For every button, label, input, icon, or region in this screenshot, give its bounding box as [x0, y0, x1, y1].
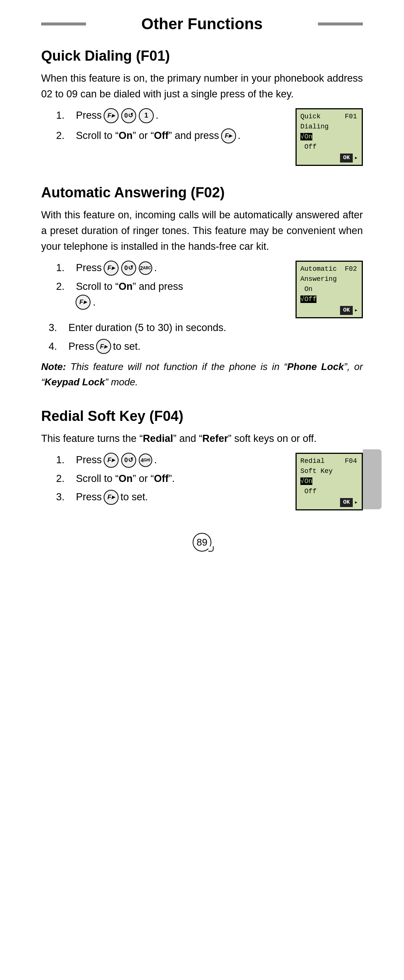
step-num: 3. [56, 491, 75, 503]
section-quick-dialing: Quick Dialing (F01) When this feature is… [41, 48, 363, 166]
lcd-arrow: ▸ [354, 306, 358, 315]
page-header: Other Functions [41, 15, 363, 33]
note-bold-2: Keypad Lock [44, 376, 105, 388]
step-text: Press [76, 491, 102, 503]
auto-answering-step-4: 4. Press F▸ to set. [49, 339, 363, 354]
step-num: 1. [56, 454, 75, 466]
lcd-line-4: Off [300, 487, 358, 496]
key-1: 1 [139, 108, 154, 123]
step-suffix: . [238, 130, 241, 142]
step-num: 2. [56, 281, 75, 293]
quick-dialing-screen: Quick F01 Dialing √On Off OK ▸ [296, 108, 363, 166]
section-body-auto-answering: With this feature on, incoming calls wil… [41, 207, 363, 255]
redial-step-1: 1. Press F▸ 0↺ 4GHI . [56, 453, 288, 468]
header-bar-left [41, 22, 86, 25]
step-suffix: . [155, 110, 158, 121]
section-body-redial: This feature turns the “Redial” and “Ref… [41, 431, 363, 447]
key-F: F▸ [104, 453, 119, 468]
step-text: Press [68, 341, 94, 352]
key-F: F▸ [104, 490, 119, 505]
lcd-ok-label: OK [340, 498, 353, 508]
section-body-quick-dialing: When this feature is on, the primary num… [41, 71, 363, 102]
page-number-circle: 89 [193, 533, 211, 552]
header-bar-right [318, 22, 363, 25]
key-2: 2ABC [139, 261, 152, 275]
auto-answering-step-1: 1. Press F▸ 0↺ 2ABC . [56, 261, 288, 275]
lcd-screen-redial: Redial F04 Soft Key √On Off OK ▸ [296, 453, 363, 511]
side-tab [363, 449, 382, 509]
quick-dialing-steps-area: 1. Press F▸ 0↺ 1 . 2. Scroll to “On” or … [49, 108, 363, 166]
lcd-line-4: √Off [300, 294, 358, 304]
key-0: 0↺ [121, 108, 136, 123]
step-num: 3. [49, 322, 67, 334]
step-num: 2. [56, 473, 75, 485]
step-text: Scroll to “On” and press [76, 281, 183, 293]
step-text: Scroll to “On” or “Off” and press [76, 130, 219, 142]
lcd-line-4: Off [300, 142, 358, 152]
step-text: Scroll to “On” or “Off”. [76, 473, 175, 485]
lcd-ok-bar: OK ▸ [300, 498, 358, 508]
lcd-line-1: Automatic F02 [300, 264, 358, 274]
lcd-screen-auto-answering: Automatic F02 Answering On √Off OK ▸ [296, 261, 363, 319]
step-num: 1. [56, 262, 75, 274]
step-text: Press [76, 262, 102, 274]
page-title: Other Functions [86, 15, 318, 33]
section-title-auto-answering: Automatic Answering (F02) [41, 185, 363, 201]
lcd-selected: √On [300, 133, 312, 140]
section-title-quick-dialing: Quick Dialing (F01) [41, 48, 363, 64]
lcd-selected: √Off [300, 296, 317, 303]
auto-answering-step-3: 3. Enter duration (5 to 30) in seconds. [49, 322, 363, 334]
section-redial-soft-key: Redial Soft Key (F04) This feature turns… [41, 408, 363, 511]
key-F: F▸ [96, 339, 111, 354]
auto-answering-step-2-key: F▸ . [75, 295, 288, 310]
key-F: F▸ [104, 261, 119, 275]
lcd-ok-bar: OK ▸ [300, 154, 358, 163]
lcd-line-1: Redial F04 [300, 456, 358, 466]
auto-answering-steps-left: 1. Press F▸ 0↺ 2ABC . 2. Scroll to “On” … [49, 261, 288, 315]
step-num: 4. [49, 341, 67, 352]
step-suffix: . [154, 454, 157, 466]
step-num: 2. [56, 130, 75, 142]
step-text: Press [76, 454, 102, 466]
section-title-redial: Redial Soft Key (F04) [41, 408, 363, 424]
lcd-line-3: √On [300, 476, 358, 487]
lcd-selected: √On [300, 477, 312, 485]
lcd-ok-label: OK [340, 154, 353, 163]
lcd-line-2: Soft Key [300, 466, 358, 476]
note-block-auto-answering: Note: This feature will not function if … [41, 359, 363, 390]
auto-answering-step-2: 2. Scroll to “On” and press [56, 281, 288, 293]
key-0: 0↺ [121, 261, 136, 275]
lcd-line-3: √On [300, 132, 358, 142]
lcd-arrow: ▸ [354, 498, 358, 508]
lcd-line-3: On [300, 284, 358, 294]
note-text-3: ” mode. [105, 376, 138, 388]
step-suffix: to set. [113, 341, 141, 352]
auto-answering-steps-area: 1. Press F▸ 0↺ 2ABC . 2. Scroll to “On” … [49, 261, 363, 319]
key-F: F▸ [221, 129, 236, 143]
page-number: 89 [197, 537, 208, 548]
key-4: 4GHI [139, 453, 152, 467]
lcd-ok-label: OK [340, 306, 353, 315]
page-number-tail [208, 546, 214, 552]
key-F: F▸ [76, 295, 90, 310]
lcd-line-2: Answering [300, 274, 358, 284]
quick-dialing-step-1: 1. Press F▸ 0↺ 1 . [56, 108, 288, 123]
quick-dialing-steps-left: 1. Press F▸ 0↺ 1 . 2. Scroll to “On” or … [49, 108, 288, 149]
key-0: 0↺ [121, 453, 136, 468]
lcd-line-1: Quick F01 [300, 111, 358, 122]
lcd-arrow: ▸ [354, 154, 358, 163]
note-text: This feature will not function if the ph… [70, 361, 287, 372]
redial-step-3: 3. Press F▸ to set. [56, 490, 288, 505]
redial-steps-area: 1. Press F▸ 0↺ 4GHI . 2. Scroll to “On” … [49, 453, 363, 511]
lcd-screen-quick-dialing: Quick F01 Dialing √On Off OK ▸ [296, 108, 363, 166]
section-auto-answering: Automatic Answering (F02) With this feat… [41, 185, 363, 390]
step-suffix: . [154, 262, 157, 274]
page-number-area: 89 [41, 533, 363, 552]
redial-steps-left: 1. Press F▸ 0↺ 4GHI . 2. Scroll to “On” … [49, 453, 288, 510]
lcd-line-2: Dialing [300, 122, 358, 132]
step-num: 1. [56, 110, 75, 121]
redial-step-2: 2. Scroll to “On” or “Off”. [56, 473, 288, 485]
note-label: Note: [41, 361, 66, 372]
quick-dialing-step-2: 2. Scroll to “On” or “Off” and press F▸ … [56, 129, 288, 143]
step-text: Enter duration (5 to 30) in seconds. [68, 322, 226, 334]
